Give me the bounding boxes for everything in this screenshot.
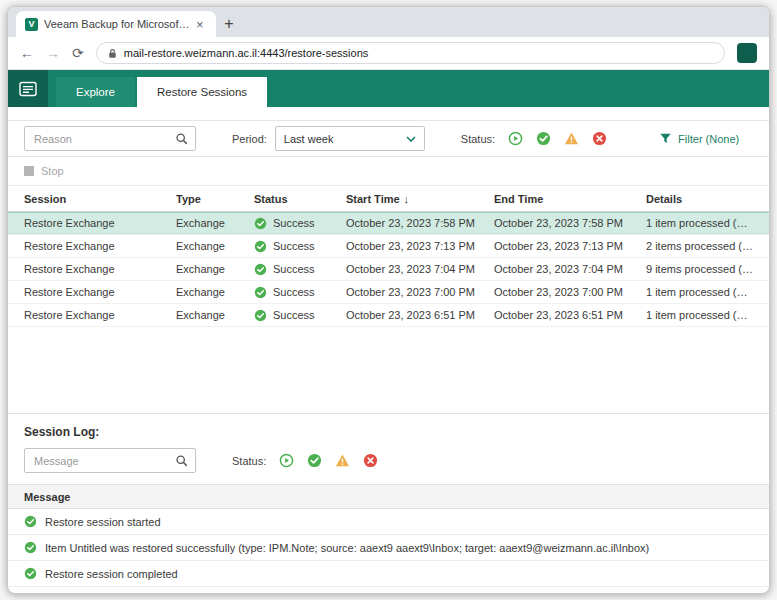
app-tabs: Explore Restore Sessions — [56, 70, 267, 107]
cell-start-time: October 23, 2023 6:51 PM — [346, 309, 494, 321]
cell-start-time: October 23, 2023 7:58 PM — [346, 217, 494, 229]
cell-start-time: October 23, 2023 7:04 PM — [346, 263, 494, 275]
reason-search[interactable] — [24, 126, 196, 151]
success-icon — [254, 217, 267, 230]
refresh-icon[interactable]: ⟳ — [72, 46, 84, 60]
log-col-message: Message — [24, 491, 70, 503]
cell-details: 1 item processed (1 success) — [646, 309, 753, 321]
log-status-success-icon[interactable] — [307, 453, 322, 468]
cell-session: Restore Exchange — [24, 309, 176, 321]
col-details-label: Details — [646, 193, 682, 205]
url-text: mail-restore.weizmann.ac.il:4443/restore… — [124, 47, 369, 59]
forward-icon[interactable]: → — [46, 46, 60, 60]
stop-button[interactable]: Stop — [24, 165, 64, 177]
profile-badge[interactable] — [737, 43, 757, 63]
log-row: Item Untitled was restored successfully … — [8, 535, 769, 561]
log-message: Restore session started — [45, 516, 161, 528]
table-row[interactable]: Restore Exchange Exchange Success Octobe… — [8, 235, 769, 258]
address-bar[interactable]: mail-restore.weizmann.ac.il:4443/restore… — [96, 42, 725, 64]
log-status-warning-icon[interactable] — [335, 453, 350, 468]
tab-restore-sessions[interactable]: Restore Sessions — [137, 77, 267, 107]
chevron-down-icon — [406, 136, 416, 142]
message-input[interactable] — [32, 454, 175, 468]
status-running-icon[interactable] — [508, 131, 523, 146]
status-label: Status: — [461, 133, 495, 145]
session-log-panel: Session Log: Status: Message Restore ses… — [8, 413, 769, 593]
period-select[interactable]: Last week — [275, 126, 425, 151]
browser-address-row: ← → ⟳ mail-restore.weizmann.ac.il:4443/r… — [8, 37, 769, 70]
veeam-logo-icon — [8, 70, 48, 107]
success-icon — [254, 286, 267, 299]
log-status-running-icon[interactable] — [279, 453, 294, 468]
success-icon — [254, 263, 267, 276]
col-start-label: Start Time — [346, 193, 400, 205]
cell-details: 2 items processed (2 successes) — [646, 240, 753, 252]
col-type[interactable]: Type — [176, 193, 254, 205]
tab-title: Veeam Backup for Microsoft 36 — [44, 18, 190, 30]
col-session[interactable]: Session — [24, 193, 176, 205]
session-log-filter-bar: Status: — [8, 448, 769, 484]
stop-icon — [24, 166, 34, 176]
status-text: Success — [273, 217, 315, 229]
sort-desc-icon: ↓ — [404, 193, 410, 205]
cell-type: Exchange — [176, 240, 254, 252]
status-text: Success — [273, 263, 315, 275]
filter-link[interactable]: Filter (None) — [659, 132, 739, 145]
log-status-error-icon[interactable] — [363, 453, 378, 468]
cell-type: Exchange — [176, 286, 254, 298]
status-success-icon[interactable] — [536, 131, 551, 146]
cell-end-time: October 23, 2023 6:51 PM — [494, 309, 646, 321]
cell-session: Restore Exchange — [24, 217, 176, 229]
success-icon — [24, 541, 37, 554]
log-message: Item Untitled was restored successfully … — [45, 542, 649, 554]
lock-icon — [107, 48, 118, 59]
search-icon — [175, 454, 188, 467]
message-search[interactable] — [24, 448, 196, 473]
filter-link-label: Filter (None) — [678, 133, 739, 145]
success-icon — [254, 240, 267, 253]
table-row[interactable]: Restore Exchange Exchange Success Octobe… — [8, 304, 769, 327]
reason-input[interactable] — [32, 132, 175, 146]
cell-status: Success — [254, 240, 346, 253]
status-warning-icon[interactable] — [564, 131, 579, 146]
sessions-table-header: Session Type Status Start Time↓ End Time… — [8, 185, 769, 212]
cell-details: 1 item processed (1 success) — [646, 286, 753, 298]
sessions-toolbar: Stop — [8, 157, 769, 185]
tab-explore[interactable]: Explore — [56, 77, 135, 107]
cell-end-time: October 23, 2023 7:13 PM — [494, 240, 646, 252]
cell-session: Restore Exchange — [24, 240, 176, 252]
period-label: Period: — [232, 133, 267, 145]
col-end-time[interactable]: End Time — [494, 193, 646, 205]
status-text: Success — [273, 286, 315, 298]
cell-start-time: October 23, 2023 7:13 PM — [346, 240, 494, 252]
log-table-header: Message — [8, 484, 769, 509]
log-message: Restore session completed — [45, 568, 178, 580]
log-row: Restore session started — [8, 509, 769, 535]
app-header: Explore Restore Sessions — [8, 70, 769, 107]
stop-label: Stop — [41, 165, 64, 177]
browser-tabstrip: V Veeam Backup for Microsoft 36 × + — [8, 7, 769, 37]
table-row[interactable]: Restore Exchange Exchange Success Octobe… — [8, 281, 769, 304]
browser-tab[interactable]: V Veeam Backup for Microsoft 36 × — [16, 11, 216, 37]
table-row[interactable]: Restore Exchange Exchange Success Octobe… — [8, 258, 769, 281]
status-text: Success — [273, 309, 315, 321]
sessions-filter-bar: Period: Last week Status: Filter (None) — [8, 120, 769, 157]
back-icon[interactable]: ← — [20, 46, 34, 60]
cell-end-time: October 23, 2023 7:00 PM — [494, 286, 646, 298]
cell-type: Exchange — [176, 309, 254, 321]
table-row[interactable]: Restore Exchange Exchange Success Octobe… — [8, 212, 769, 235]
funnel-icon — [659, 132, 672, 145]
cell-end-time: October 23, 2023 7:04 PM — [494, 263, 646, 275]
tab-close-icon[interactable]: × — [196, 18, 204, 31]
period-value: Last week — [284, 133, 334, 145]
new-tab-button[interactable]: + — [216, 11, 242, 37]
cell-status: Success — [254, 286, 346, 299]
col-details[interactable]: Details — [646, 193, 753, 205]
success-icon — [24, 567, 37, 580]
status-error-icon[interactable] — [592, 131, 607, 146]
cell-type: Exchange — [176, 263, 254, 275]
col-start-time[interactable]: Start Time↓ — [346, 193, 494, 205]
veeam-favicon-icon: V — [25, 18, 38, 31]
log-status-label: Status: — [232, 455, 266, 467]
col-status[interactable]: Status — [254, 193, 346, 205]
